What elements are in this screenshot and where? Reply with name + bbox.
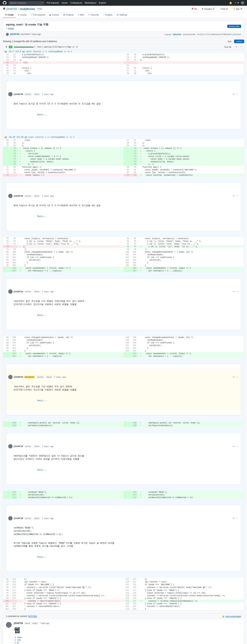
comment-time-3: 7 days ago bbox=[42, 290, 54, 293]
tab-wiki[interactable]: ≡ Wiki bbox=[76, 12, 86, 18]
commit-title: egoing_react : 3) create 기능 구현 bbox=[6, 23, 48, 26]
reply-link-5[interactable]: Reply... bbox=[37, 469, 47, 471]
browse-files-button[interactable]: Browse files bbox=[227, 25, 241, 28]
comment-body-2: 현재 topics 초기값 중 마지막 id 가 3 이기때문에 nextId … bbox=[14, 204, 239, 207]
fork-button[interactable]: ⑂ Fork 0 bbox=[218, 7, 230, 10]
pull-requests-nav[interactable]: Pull requests bbox=[46, 2, 59, 4]
comment-avatar-5 bbox=[8, 444, 12, 448]
comment-menu-icon-2[interactable]: ··· bbox=[235, 195, 239, 197]
commit-comment-author[interactable]: j2h30728 bbox=[14, 622, 23, 624]
table-row: 84 104 } 104 104 } bbox=[3, 261, 244, 264]
comment-header-4: j2h30728 Outdated Author Owner 7 days ag… bbox=[8, 375, 239, 379]
diff-table: @@ -52,7 +52,6 @@ const Control = (( onC… bbox=[3, 50, 244, 610]
reply-link-2[interactable]: Reply... bbox=[37, 215, 47, 218]
table-row: 80 100 const changeRouteHandler = ( mode… bbox=[3, 250, 244, 253]
table-row: 82 102 if (id !== undefined) { 102 102 i… bbox=[3, 256, 244, 258]
commit-comment-options[interactable]: ... bbox=[240, 622, 241, 624]
comment-author-2: j2h30728 bbox=[14, 195, 23, 197]
table-row: 70 69 }; 69 69 }; bbox=[3, 144, 244, 147]
star-button[interactable]: ⭐ Star 0 bbox=[231, 7, 244, 10]
plus-icon[interactable]: ＋ ▾ bbox=[234, 1, 239, 4]
issues-nav[interactable]: Issues bbox=[62, 2, 68, 4]
inline-comment-thread-5: j2h30728 Author Owner 7 days ago ☺ ··· bbox=[6, 505, 241, 572]
tab-projects[interactable]: ⊞ Projects bbox=[61, 12, 76, 18]
table-row: 54 54 }; 54 54 }; bbox=[3, 58, 244, 61]
tab-settings[interactable]: ⚙ Settings bbox=[115, 12, 129, 18]
tab-issues[interactable]: ⊙ Issues bbox=[16, 12, 29, 18]
outdated-badge: Outdated bbox=[24, 376, 34, 378]
repo-name-link[interactable]: studyReview bbox=[20, 8, 35, 10]
table-row: 103 124 } 124 124 } bbox=[3, 608, 244, 610]
comment-menu-5[interactable]: ··· bbox=[235, 445, 239, 448]
user-avatar[interactable] bbox=[241, 1, 244, 4]
reply-link-4[interactable]: Reply... bbox=[37, 399, 47, 402]
smiley-icon-5[interactable]: ☺ bbox=[233, 445, 234, 448]
smiley-icon-3[interactable]: ☺ bbox=[233, 290, 234, 293]
table-row: 106 + const saveHandler = (title, body) … bbox=[3, 267, 244, 269]
comment-actions-6: ☺ ··· bbox=[233, 517, 239, 520]
comment-menu-3[interactable]: ··· bbox=[235, 290, 239, 293]
commit-comments-header: 1 comment on commit 9c533dc 🔒 Lock conve… bbox=[3, 614, 244, 619]
author-badge-main: Author bbox=[32, 622, 38, 625]
table-row: 81 101 setMode(mode); 101 101 setMode(mo… bbox=[3, 253, 244, 256]
comment-menu-icon[interactable]: ··· bbox=[235, 93, 239, 96]
commit-ref-link[interactable]: 9c533dc bbox=[28, 615, 37, 618]
reply-link-3[interactable]: Reply... bbox=[37, 314, 47, 316]
lock-conversation-link[interactable]: Lock conversation bbox=[225, 615, 241, 617]
split-view-button[interactable]: Split bbox=[226, 40, 233, 43]
comment-time-5: 7 days ago bbox=[42, 445, 54, 448]
pin-button[interactable]: 📌 Pin bbox=[190, 7, 199, 10]
reply-link-6[interactable]: Reply... bbox=[37, 556, 47, 558]
comment-avatar-4 bbox=[8, 375, 12, 379]
reply-link[interactable]: Reply... bbox=[37, 113, 47, 116]
tab-insights[interactable]: ~ Insights bbox=[101, 12, 115, 18]
collapse-icon[interactable]: ▼ bbox=[5, 46, 7, 48]
table-row: 72 91 const [mode, setMode] = useState('… bbox=[3, 168, 244, 171]
unwatch-button[interactable]: 👁 Unwatch 1 bbox=[200, 7, 216, 10]
repo-header: j2h30728 / studyReview Public 📌 Pin 👁 Un… bbox=[0, 6, 247, 12]
inline-comment-thread-3: j2h30728 Outdated Author Owner 7 days ag… bbox=[6, 364, 241, 415]
table-row: 71 90 function App() { 90 90 function Ap… bbox=[3, 166, 244, 168]
smiley-icon-4[interactable]: ☺ bbox=[233, 376, 234, 378]
edit-file-button[interactable]: ✏ bbox=[234, 45, 239, 48]
unified-view-button[interactable]: Unified bbox=[234, 40, 244, 43]
comment-box-4: j2h30728 Outdated Author Owner 7 days ag… bbox=[6, 368, 241, 410]
explore-nav[interactable]: Explore bbox=[99, 2, 106, 4]
table-row: 89 151 setId(id); 151 151 setId(id); bbox=[3, 344, 244, 347]
copy-path-icon[interactable]: ⧉ bbox=[76, 46, 78, 48]
inline-comment-thread-1: j2h30728 Author Owner 7 days ago ☺ ··· bbox=[6, 81, 241, 129]
table-row: 52 52 e.preventDefault(); 52 52 e.preven… bbox=[3, 53, 244, 56]
owner-badge-5: Owner bbox=[34, 445, 41, 448]
comment-time-4: 7 days ago bbox=[54, 376, 66, 378]
bell-icon[interactable]: 🔔 bbox=[229, 2, 232, 4]
comment-actions: ☺ ··· bbox=[233, 93, 239, 96]
comment-menu-4[interactable]: ··· bbox=[235, 376, 239, 378]
repo-owner-link[interactable]: j2h30728 bbox=[6, 8, 17, 10]
owner-badge-2: Owner bbox=[34, 195, 41, 197]
comment-actions-5: ☺ ··· bbox=[233, 445, 239, 448]
table-row: 75 95 const [topics, setTopics] = useSta… bbox=[3, 237, 244, 240]
commit-comment-time: 7 days ago bbox=[40, 622, 50, 624]
inline-comment-row-5: j2h30728 Author Owner 7 days ago ☺ ··· bbox=[3, 499, 244, 578]
tab-code[interactable]: <> Code bbox=[3, 12, 16, 18]
smiley-icon[interactable]: ☺ bbox=[233, 93, 234, 96]
tab-actions[interactable]: ▶ Actions bbox=[48, 12, 61, 18]
branch-link[interactable]: master bbox=[8, 27, 14, 29]
commit-author-link[interactable]: j2h30728 bbox=[10, 33, 19, 36]
big-text: 웹 bbox=[14, 626, 241, 635]
search-box[interactable]: Search or jump to... / bbox=[8, 1, 44, 5]
tab-pull-requests[interactable]: ⑂ Pull requests bbox=[29, 12, 48, 18]
comment-menu-6[interactable]: ··· bbox=[235, 517, 239, 520]
tab-security[interactable]: 🛡 Security bbox=[86, 12, 101, 18]
smiley-icon-2[interactable]: ☺ bbox=[233, 195, 234, 197]
marketplace-nav[interactable]: Marketplace bbox=[85, 2, 96, 4]
table-row: 73 92 const [id, setId] = useState(null)… bbox=[3, 171, 244, 174]
view-file-button[interactable]: View file bbox=[222, 45, 233, 48]
diff-options-icon[interactable]: ··· bbox=[240, 45, 242, 48]
smiley-icon-6[interactable]: ☺ bbox=[233, 517, 234, 520]
table-row: 83 103 setId(id); 103 103 setId(id); bbox=[3, 258, 244, 261]
comment-list: html css js test test title test title i… bbox=[17, 636, 241, 644]
codespaces-nav[interactable]: Codespaces bbox=[70, 2, 82, 4]
parent-hash-link[interactable]: 1d2af19 bbox=[173, 33, 181, 36]
table-row: 78 - ]; 98 98 + { id: 3, title: "js", bo… bbox=[3, 245, 244, 248]
